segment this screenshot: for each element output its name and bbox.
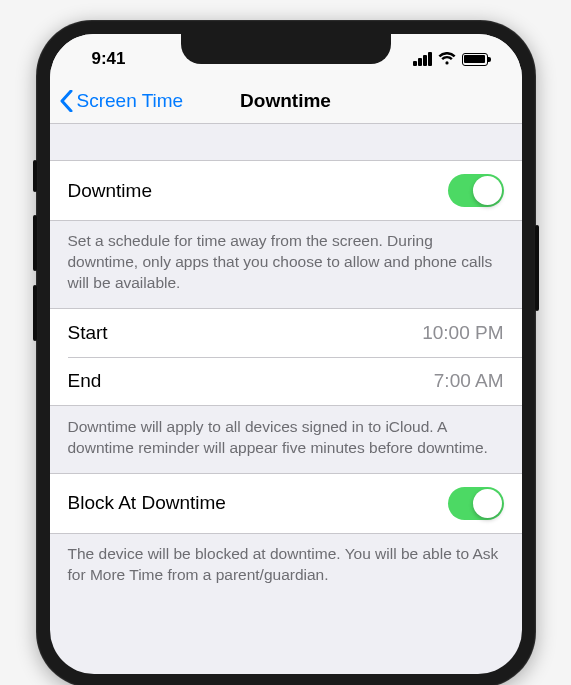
- phone-frame: 9:41 Screen Time Downtime Downtime: [36, 20, 536, 685]
- chevron-left-icon: [60, 90, 73, 112]
- status-time: 9:41: [78, 43, 126, 69]
- content: Downtime Set a schedule for time away fr…: [50, 124, 522, 599]
- end-label: End: [68, 370, 102, 392]
- schedule-footer: Downtime will apply to all devices signe…: [50, 407, 522, 473]
- mute-switch: [33, 160, 37, 192]
- volume-up-button: [33, 215, 37, 271]
- block-toggle[interactable]: [448, 487, 504, 520]
- downtime-toggle[interactable]: [448, 174, 504, 207]
- downtime-toggle-row[interactable]: Downtime: [50, 160, 522, 221]
- volume-down-button: [33, 285, 37, 341]
- back-label: Screen Time: [77, 90, 184, 112]
- end-value: 7:00 AM: [434, 370, 504, 392]
- side-button: [535, 225, 539, 311]
- nav-title: Downtime: [240, 90, 331, 112]
- battery-icon: [462, 53, 488, 66]
- downtime-label: Downtime: [68, 180, 152, 202]
- downtime-footer: Set a schedule for time away from the sc…: [50, 221, 522, 308]
- wifi-icon: [438, 52, 456, 66]
- nav-bar: Screen Time Downtime: [50, 78, 522, 124]
- screen: 9:41 Screen Time Downtime Downtime: [50, 34, 522, 674]
- status-right: [413, 46, 494, 66]
- cellular-signal-icon: [413, 52, 432, 66]
- block-footer: The device will be blocked at downtime. …: [50, 534, 522, 600]
- back-button[interactable]: Screen Time: [50, 90, 184, 112]
- block-toggle-row[interactable]: Block At Downtime: [50, 473, 522, 534]
- start-label: Start: [68, 322, 108, 344]
- start-row[interactable]: Start 10:00 PM: [50, 308, 522, 357]
- notch: [181, 34, 391, 64]
- start-value: 10:00 PM: [422, 322, 503, 344]
- block-label: Block At Downtime: [68, 492, 226, 514]
